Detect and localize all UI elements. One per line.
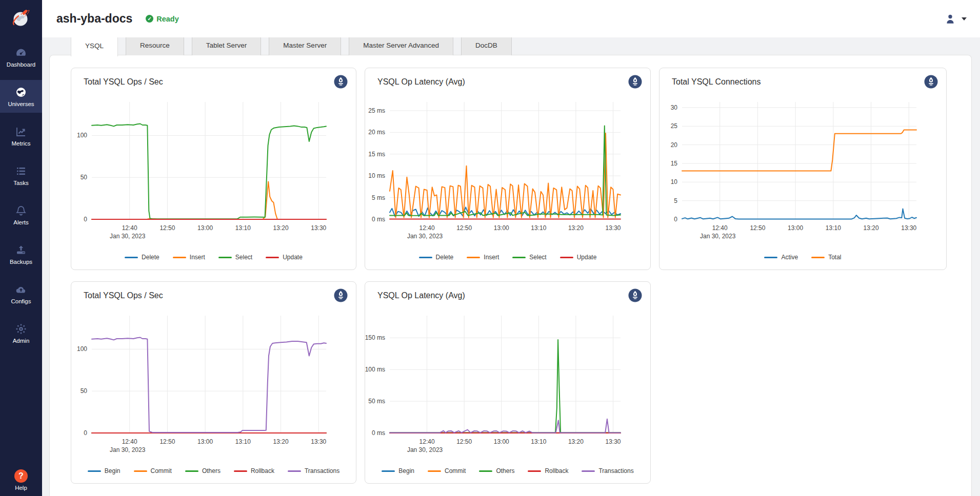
- legend-item-transactions[interactable]: Transactions: [582, 467, 633, 474]
- legend-item-total[interactable]: Total: [811, 254, 841, 261]
- tab-tablet-server[interactable]: Tablet Server: [192, 34, 262, 55]
- chart-legend: Begin Commit Others Rollback Transaction…: [365, 467, 650, 474]
- sidebar-item-admin[interactable]: Admin: [0, 317, 42, 349]
- legend-item-select[interactable]: Select: [218, 254, 252, 261]
- legend-swatch-icon: [582, 470, 595, 472]
- sidebar-item-universes[interactable]: Universes: [0, 80, 42, 113]
- dashboard-icon: [15, 47, 27, 59]
- svg-text:13:00: 13:00: [197, 438, 213, 445]
- chart-card-1: YSQL Op Latency (Avg) 12:40Jan 30, 20231…: [365, 68, 651, 270]
- svg-text:30: 30: [671, 104, 678, 111]
- chart-card-2: Total YSQL Connections 12:40Jan 30, 2023…: [659, 68, 947, 270]
- prometheus-icon[interactable]: [924, 75, 938, 89]
- svg-text:13:00: 13:00: [788, 224, 803, 232]
- legend-item-rollback[interactable]: Rollback: [234, 467, 274, 474]
- tasks-icon: [15, 165, 27, 177]
- chart-title: Total YSQL Ops / Sec: [84, 291, 163, 300]
- svg-text:13:10: 13:10: [531, 224, 546, 232]
- svg-text:15: 15: [671, 160, 678, 167]
- legend-swatch-icon: [512, 257, 526, 258]
- legend-item-delete[interactable]: Delete: [125, 254, 159, 261]
- chart-plot: 12:40Jan 30, 202312:5013:0013:1013:2013:…: [71, 68, 355, 268]
- legend-item-update[interactable]: Update: [266, 254, 303, 261]
- sidebar-item-metrics[interactable]: Metrics: [0, 119, 42, 152]
- status-label: Ready: [156, 15, 179, 23]
- sidebar: Dashboard Universes Metrics Tasks Alerts…: [0, 0, 42, 496]
- svg-text:13:30: 13:30: [901, 224, 916, 232]
- legend-swatch-icon: [218, 257, 232, 258]
- legend-item-rollback[interactable]: Rollback: [528, 467, 568, 474]
- chart-plot: 12:40Jan 30, 202312:5013:0013:1013:2013:…: [365, 282, 649, 482]
- prometheus-icon[interactable]: [628, 75, 642, 89]
- sidebar-item-help[interactable]: ? Help: [0, 469, 42, 491]
- legend-item-begin[interactable]: Begin: [88, 467, 121, 474]
- svg-text:13:00: 13:00: [494, 438, 509, 445]
- tab-docdb[interactable]: DocDB: [461, 34, 512, 55]
- chart-legend: Delete Insert Select Update: [365, 254, 650, 261]
- legend-swatch-icon: [764, 257, 777, 258]
- tab-master-server[interactable]: Master Server: [269, 34, 341, 55]
- legend-item-commit[interactable]: Commit: [134, 467, 172, 474]
- tab-ysql[interactable]: YSQL: [71, 34, 118, 56]
- svg-text:12:50: 12:50: [456, 224, 472, 232]
- legend-item-others[interactable]: Others: [479, 467, 514, 474]
- chart-legend: Delete Insert Select Update: [71, 254, 356, 261]
- svg-text:13:20: 13:20: [273, 224, 289, 232]
- backups-icon: [15, 244, 27, 256]
- svg-text:25: 25: [671, 122, 678, 130]
- legend-item-insert[interactable]: Insert: [173, 254, 205, 261]
- chart-plot: 12:40Jan 30, 202312:5013:0013:1013:2013:…: [659, 68, 945, 268]
- legend-swatch-icon: [467, 257, 480, 258]
- legend-swatch-icon: [134, 470, 147, 472]
- legend-swatch-icon: [382, 470, 395, 472]
- legend-item-others[interactable]: Others: [185, 467, 221, 474]
- svg-text:20 ms: 20 ms: [368, 129, 385, 136]
- prometheus-icon[interactable]: [334, 288, 348, 302]
- legend-item-transactions[interactable]: Transactions: [288, 467, 339, 474]
- chart-title: Total YSQL Ops / Sec: [84, 77, 163, 87]
- legend-item-begin[interactable]: Begin: [382, 467, 414, 474]
- svg-text:13:10: 13:10: [235, 438, 251, 445]
- chart-card-0: Total YSQL Ops / Sec 12:40Jan 30, 202312…: [71, 68, 356, 270]
- legend-item-delete[interactable]: Delete: [419, 254, 454, 261]
- yugabyte-logo[interactable]: [0, 0, 42, 37]
- svg-text:12:40: 12:40: [122, 438, 137, 445]
- svg-text:Jan 30, 2023: Jan 30, 2023: [110, 446, 146, 453]
- sidebar-nav: Dashboard Universes Metrics Tasks Alerts…: [0, 40, 42, 356]
- svg-text:10 ms: 10 ms: [368, 172, 385, 179]
- sidebar-item-backups[interactable]: Backups: [0, 238, 42, 271]
- prometheus-icon[interactable]: [628, 288, 642, 302]
- sidebar-item-configs[interactable]: Configs: [0, 277, 42, 310]
- user-menu[interactable]: [944, 12, 967, 26]
- admin-icon: [15, 323, 27, 335]
- sidebar-item-alerts[interactable]: Alerts: [0, 198, 42, 231]
- help-icon: ?: [14, 469, 28, 483]
- rocket-globe-icon: [9, 7, 33, 31]
- chart-plot: 12:40Jan 30, 202312:5013:0013:1013:2013:…: [365, 68, 649, 268]
- sidebar-item-dashboard[interactable]: Dashboard: [0, 40, 42, 73]
- sidebar-item-tasks[interactable]: Tasks: [0, 159, 42, 192]
- tab-master-server-advanced[interactable]: Master Server Advanced: [349, 34, 453, 55]
- legend-item-commit[interactable]: Commit: [428, 467, 466, 474]
- legend-item-insert[interactable]: Insert: [467, 254, 499, 261]
- svg-text:100: 100: [77, 132, 87, 139]
- svg-text:13:30: 13:30: [605, 224, 621, 232]
- svg-text:12:40: 12:40: [122, 224, 137, 232]
- legend-item-update[interactable]: Update: [560, 254, 597, 261]
- svg-text:12:40: 12:40: [712, 224, 728, 232]
- svg-text:25 ms: 25 ms: [368, 107, 385, 114]
- svg-text:13:00: 13:00: [197, 224, 213, 232]
- header: ash-yba-docs ✓ Ready: [42, 0, 980, 37]
- svg-text:150 ms: 150 ms: [365, 334, 385, 341]
- tab-resource[interactable]: Resource: [126, 34, 184, 55]
- svg-text:Jan 30, 2023: Jan 30, 2023: [407, 446, 443, 453]
- legend-swatch-icon: [266, 257, 279, 258]
- alerts-icon: [15, 204, 27, 217]
- legend-item-active[interactable]: Active: [764, 254, 798, 261]
- legend-swatch-icon: [185, 470, 198, 472]
- svg-text:Jan 30, 2023: Jan 30, 2023: [407, 233, 443, 240]
- prometheus-icon[interactable]: [334, 75, 348, 89]
- svg-text:0: 0: [84, 429, 87, 437]
- chart-legend: Begin Commit Others Rollback Transaction…: [71, 467, 356, 474]
- legend-item-select[interactable]: Select: [512, 254, 546, 261]
